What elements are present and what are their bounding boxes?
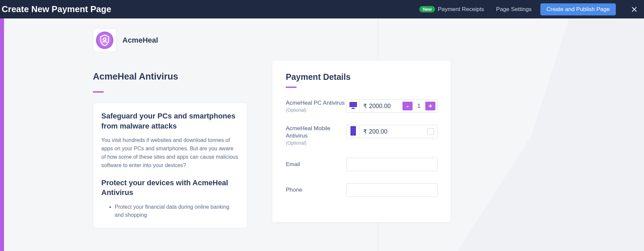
line-item-pc: AcmeHeal PC Antivirus (Optional) ₹ 2 [286,99,438,113]
monitor-icon [348,101,358,111]
title-underline [93,91,104,93]
desc-heading-2: Protect your devices with AcmeHeal Antiv… [101,178,239,198]
phone-icon [350,126,357,137]
payment-receipts-link[interactable]: New Payment Receipts [416,4,487,15]
svg-rect-5 [351,108,355,109]
email-row: Email [286,158,438,171]
brand-block: AcmeHeal [93,29,158,52]
item-name-pc: AcmeHeal PC Antivirus [286,99,346,107]
svg-point-8 [353,135,354,135]
quantity-stepper-pc: - 1 + [402,102,435,110]
qty-value: 1 [415,103,423,109]
payment-receipts-label: Payment Receipts [438,6,484,13]
page-title: Create New Payment Page [2,4,111,14]
payment-title: Payment Details [286,72,438,82]
phone-row: Phone [286,183,438,197]
phone-label: Phone [286,187,346,193]
page-canvas: AcmeHeal AcmeHeal Antivirus Safeguard yo… [4,18,644,251]
top-header: Create New Payment Page New Payment Rece… [0,0,644,18]
payment-underline [286,87,297,88]
brand-logo-tile[interactable] [93,29,116,52]
qty-decrement-button[interactable]: - [402,102,413,110]
item-control-pc: ₹ 2000.00 - 1 + [346,99,438,113]
phone-input[interactable] [346,183,438,197]
qty-increment-button[interactable]: + [425,102,435,110]
page-settings-label: Page Settings [496,6,532,13]
pc-thumb [346,99,360,113]
description-card[interactable]: Safeguard your PCs and smartphones from … [93,103,247,228]
email-label: Email [286,161,346,168]
description-section: AcmeHeal Antivirus Safeguard your PCs an… [93,71,251,228]
select-mobile-checkbox[interactable] [427,128,434,135]
desc-bullet-1: Protect your financial data during onlin… [115,203,239,219]
payment-details-panel: Payment Details AcmeHeal PC Antivirus (O… [272,61,450,222]
svg-rect-3 [350,103,356,106]
close-icon [632,7,637,12]
svg-rect-4 [352,108,354,108]
currency-symbol-pc: ₹ [363,103,367,110]
mobile-thumb [346,125,360,138]
shield-user-icon [96,32,113,49]
item-optional-mobile: (Optional) [286,140,346,146]
currency-symbol-mobile: ₹ [363,128,367,135]
price-mobile: 200.00 [369,128,427,135]
svg-rect-7 [351,127,355,134]
item-control-mobile: ₹ 200.00 [346,125,438,138]
section-title[interactable]: AcmeHeal Antivirus [93,71,251,82]
item-label-pc: AcmeHeal PC Antivirus (Optional) [286,99,346,113]
item-optional-pc: (Optional) [286,107,346,113]
item-label-mobile: AcmeHeal Mobile Antivirus (Optional) [286,125,346,146]
desc-heading-1: Safeguard your PCs and smartphones from … [101,111,239,131]
page-settings-link[interactable]: Page Settings [493,4,535,15]
email-input[interactable] [346,158,438,171]
left-accent-edge [0,18,4,251]
create-publish-button[interactable]: Create and Publish Page [540,3,616,15]
line-item-mobile: AcmeHeal Mobile Antivirus (Optional) ₹ 2… [286,125,438,146]
price-pc: 2000.00 [369,103,402,110]
close-button[interactable] [631,6,638,13]
new-badge: New [419,6,435,12]
item-name-mobile: AcmeHeal Mobile Antivirus [286,125,346,140]
brand-name[interactable]: AcmeHeal [122,36,158,45]
desc-paragraph-1: You visit hundreds if websites and downl… [101,136,239,169]
